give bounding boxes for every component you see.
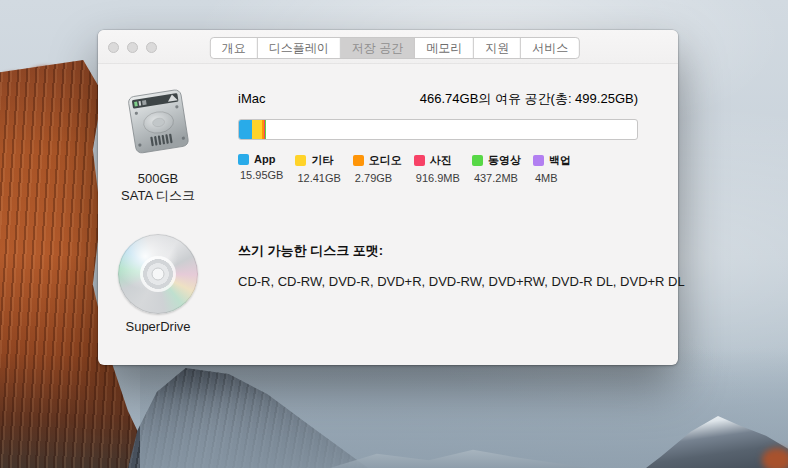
legend-value: 437.2MB [474,172,521,184]
legend-swatch [533,155,544,166]
legend-item: 동영상437.2MB [472,153,521,184]
legend-swatch [238,154,249,165]
legend-label: 사진 [430,153,452,168]
internal-disk-block: 500GB SATA 디스크 [108,82,208,205]
storage-summary: iMac 466.74GB의 여유 공간(총: 499.25GB) App15.… [238,90,638,184]
disk-label-capacity: 500GB [108,171,208,188]
hard-disk-icon [118,82,198,162]
legend-label: 백업 [549,153,571,168]
tab-service[interactable]: 서비스 [521,38,579,58]
desktop: 개요 디스플레이 저장 공간 메모리 지원 서비스 [0,0,788,468]
legend-value: 916.9MB [416,172,460,184]
legend-label: 오디오 [369,153,402,168]
legend-swatch [353,155,364,166]
legend-label: App [254,153,275,165]
tab-memory[interactable]: 메모리 [415,38,474,58]
about-this-mac-window: 개요 디스플레이 저장 공간 메모리 지원 서비스 [98,30,678,365]
formats-list: CD-R, CD-RW, DVD-R, DVD+R, DVD-RW, DVD+R… [238,274,648,289]
disk-label-type: SATA 디스크 [108,188,208,205]
disk-label: 500GB SATA 디스크 [108,171,208,205]
storage-legend: App15.95GB기타12.41GB오디오2.79GB사진916.9MB동영상… [238,153,638,184]
minimize-button[interactable] [127,42,138,53]
legend-swatch [472,155,483,166]
legend-value: 15.95GB [240,169,283,181]
formats-title: 쓰기 가능한 디스크 포맷: [238,242,648,260]
free-space-text: 466.74GB의 여유 공간(총: 499.25GB) [420,90,638,108]
legend-label: 동영상 [488,153,521,168]
legend-value: 4MB [535,172,571,184]
legend-label: 기타 [311,153,333,168]
tab-bar: 개요 디스플레이 저장 공간 메모리 지원 서비스 [210,37,580,59]
superdrive-info: 쓰기 가능한 디스크 포맷: CD-R, CD-RW, DVD-R, DVD+R… [238,242,648,289]
superdrive-block: SuperDrive [108,234,208,336]
bar-segment-App [239,120,252,139]
bar-segment-기타 [252,120,262,139]
tab-storage[interactable]: 저장 공간 [341,38,415,58]
superdrive-disc-icon [118,234,198,314]
traffic-lights [108,42,157,53]
close-button[interactable] [108,42,119,53]
tab-displays[interactable]: 디스플레이 [258,38,341,58]
legend-value: 12.41GB [297,172,340,184]
legend-item: 기타12.41GB [295,153,340,184]
tab-overview[interactable]: 개요 [211,38,258,58]
machine-name: iMac [238,91,265,106]
tab-support[interactable]: 지원 [474,38,521,58]
legend-item: 백업4MB [533,153,571,184]
legend-swatch [414,155,425,166]
superdrive-label: SuperDrive [108,319,208,336]
legend-item: 사진916.9MB [414,153,460,184]
legend-item: App15.95GB [238,153,283,184]
wallpaper-corner-tree [762,448,788,468]
storage-title-row: iMac 466.74GB의 여유 공간(총: 499.25GB) [238,90,638,108]
legend-value: 2.79GB [355,172,402,184]
legend-item: 오디오2.79GB [353,153,402,184]
zoom-button[interactable] [146,42,157,53]
legend-swatch [295,155,306,166]
storage-bar [238,119,638,140]
titlebar: 개요 디스플레이 저장 공간 메모리 지원 서비스 [98,30,678,64]
